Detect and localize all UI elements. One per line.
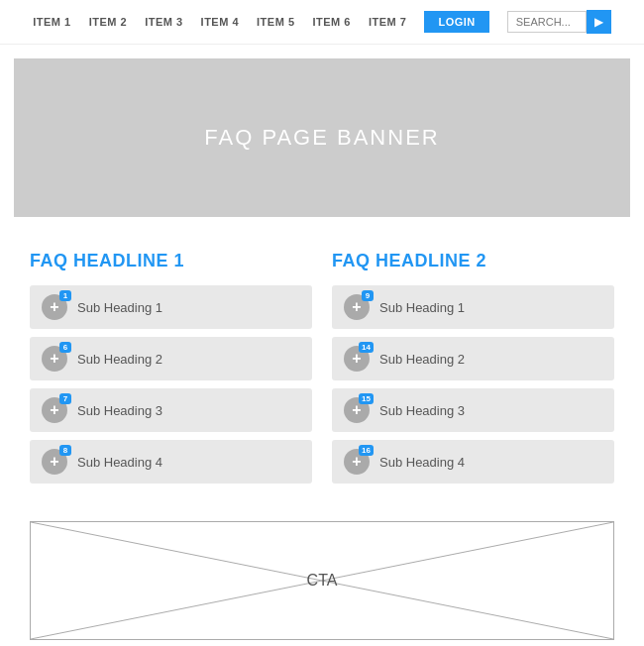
faq-item[interactable]: + 8 Sub Heading 4 bbox=[30, 440, 312, 484]
faq-icon-wrap: + 1 bbox=[42, 294, 67, 320]
search-button[interactable]: ▶ bbox=[587, 10, 611, 34]
faq-headline-2: FAQ HEADLINE 2 bbox=[332, 251, 614, 271]
faq-badge: 1 bbox=[59, 290, 71, 301]
faq-badge: 6 bbox=[59, 342, 71, 353]
faq-icon-wrap: + 14 bbox=[344, 346, 370, 372]
faq-item[interactable]: + 15 Sub Heading 3 bbox=[332, 388, 614, 432]
nav-item-1[interactable]: ITEM 1 bbox=[33, 16, 70, 28]
cta-section: CTA bbox=[30, 521, 614, 640]
navigation: ITEM 1ITEM 2ITEM 3ITEM 4ITEM 5ITEM 6ITEM… bbox=[0, 0, 644, 45]
faq-badge: 7 bbox=[59, 393, 71, 404]
nav-item-6[interactable]: ITEM 6 bbox=[313, 16, 351, 28]
faq-icon-wrap: + 6 bbox=[42, 346, 67, 372]
nav-item-7[interactable]: ITEM 7 bbox=[369, 16, 406, 28]
svg-line-2 bbox=[31, 581, 322, 639]
faq-icon-wrap: + 7 bbox=[42, 397, 67, 423]
faq-icon-wrap: + 8 bbox=[42, 449, 67, 475]
faq-badge: 9 bbox=[362, 290, 374, 301]
svg-line-1 bbox=[322, 522, 613, 581]
faq-item[interactable]: + 1 Sub Heading 1 bbox=[30, 285, 312, 329]
nav-item-5[interactable]: ITEM 5 bbox=[257, 16, 294, 28]
faq-icon-wrap: + 9 bbox=[344, 294, 370, 320]
banner-text: FAQ PAGE BANNER bbox=[204, 125, 439, 151]
faq-item[interactable]: + 9 Sub Heading 1 bbox=[332, 285, 614, 329]
faq-item[interactable]: + 6 Sub Heading 2 bbox=[30, 337, 312, 380]
faq-label: Sub Heading 4 bbox=[77, 455, 162, 470]
faq-headline-1: FAQ HEADLINE 1 bbox=[30, 251, 312, 271]
faq-item[interactable]: + 7 Sub Heading 3 bbox=[30, 388, 312, 432]
faq-badge: 14 bbox=[359, 342, 374, 353]
faq-label: Sub Heading 3 bbox=[379, 403, 465, 418]
faq-label: Sub Heading 2 bbox=[379, 352, 465, 367]
faq-label: Sub Heading 1 bbox=[379, 300, 465, 315]
faq-label: Sub Heading 3 bbox=[77, 403, 162, 418]
faq-label: Sub Heading 1 bbox=[77, 300, 162, 315]
faq-badge: 8 bbox=[59, 445, 71, 456]
nav-item-2[interactable]: ITEM 2 bbox=[89, 16, 127, 28]
nav-item-3[interactable]: ITEM 3 bbox=[145, 16, 182, 28]
search-wrap: ▶ bbox=[507, 10, 611, 34]
faq-column-1: FAQ HEADLINE 1 + 1 Sub Heading 1 + 6 Sub… bbox=[30, 251, 312, 491]
faq-item[interactable]: + 14 Sub Heading 2 bbox=[332, 337, 614, 380]
faq-icon-wrap: + 15 bbox=[344, 397, 370, 423]
faq-label: Sub Heading 4 bbox=[379, 455, 465, 470]
faq-badge: 16 bbox=[359, 445, 374, 456]
banner: FAQ PAGE BANNER bbox=[14, 58, 630, 217]
login-button[interactable]: LOGIN bbox=[424, 11, 488, 33]
nav-item-4[interactable]: ITEM 4 bbox=[201, 16, 239, 28]
cta-text: CTA bbox=[307, 572, 338, 590]
faq-column-2: FAQ HEADLINE 2 + 9 Sub Heading 1 + 14 Su… bbox=[332, 251, 614, 491]
faq-section: FAQ HEADLINE 1 + 1 Sub Heading 1 + 6 Sub… bbox=[0, 231, 644, 511]
svg-line-0 bbox=[31, 522, 322, 581]
faq-badge: 15 bbox=[359, 393, 374, 404]
svg-line-3 bbox=[322, 581, 613, 639]
faq-item[interactable]: + 16 Sub Heading 4 bbox=[332, 440, 614, 484]
faq-label: Sub Heading 2 bbox=[77, 352, 162, 367]
faq-icon-wrap: + 16 bbox=[344, 449, 370, 475]
search-input[interactable] bbox=[507, 11, 587, 33]
